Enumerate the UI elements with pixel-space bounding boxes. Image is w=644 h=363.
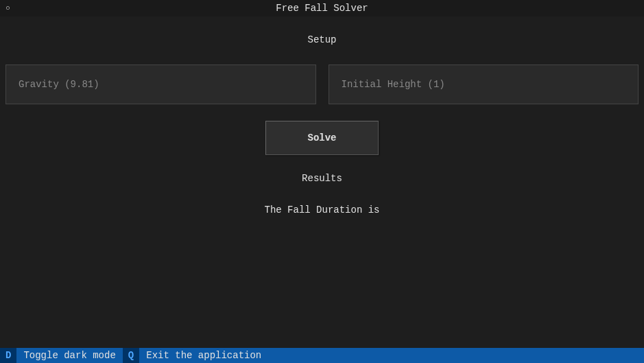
footer-label-exit: Exit the application [139, 350, 268, 361]
title-bar: ○ Free Fall Solver [0, 0, 644, 16]
app-icon: ○ [5, 4, 10, 12]
inputs-row [5, 65, 639, 104]
results-text: The Fall Duration is [5, 204, 639, 215]
button-row: Solve [5, 121, 639, 155]
gravity-input[interactable] [5, 65, 316, 104]
initial-height-input[interactable] [329, 65, 639, 104]
main-content: Setup Solve Results The Fall Duration is [0, 16, 644, 215]
footer-key-d[interactable]: D [0, 348, 16, 363]
results-heading: Results [5, 173, 639, 184]
footer-key-q[interactable]: Q [123, 348, 139, 363]
solve-button[interactable]: Solve [265, 121, 378, 155]
footer-bar: D Toggle dark mode Q Exit the applicatio… [0, 348, 644, 363]
footer-label-dark-mode: Toggle dark mode [16, 350, 122, 361]
app-title: Free Fall Solver [276, 3, 368, 14]
setup-heading: Setup [5, 34, 639, 45]
